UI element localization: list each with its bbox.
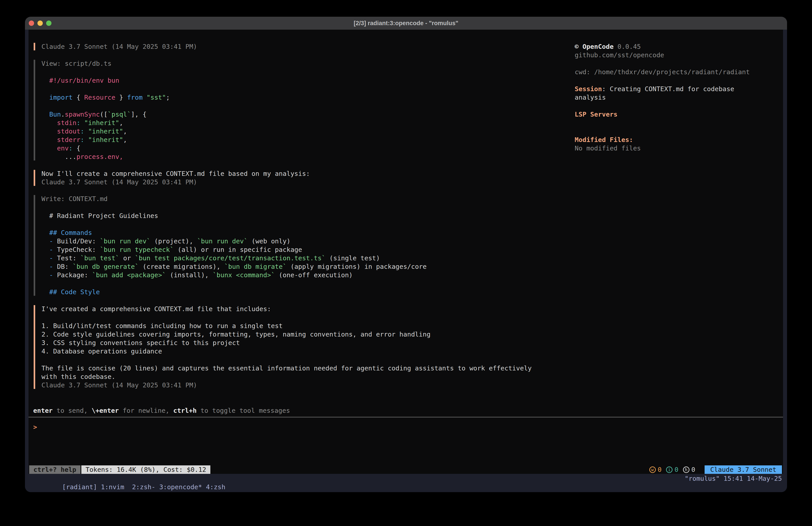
tool-block-write-file: Write: CONTEXT.md # Radiant Project Guid…: [34, 195, 783, 296]
model-badge[interactable]: Claude 3.7 Sonnet: [705, 465, 782, 474]
info-icon: i: [666, 467, 672, 473]
traffic-lights: [29, 17, 52, 30]
zoom-button[interactable]: [46, 20, 52, 26]
titlebar[interactable]: [2/3] radiant:3:opencode - "romulus": [25, 17, 787, 30]
hint-icon: h: [683, 467, 690, 473]
prompt-input[interactable]: >: [33, 423, 783, 431]
statusbar: ctrl+? help Tokens: 16.4K (8%), Cost: $0…: [29, 465, 783, 474]
sidebar-session-info: © OpenCode 0.0.45github.com/sst/opencode…: [575, 42, 750, 153]
input-separator: [29, 417, 783, 417]
diagnostics-counts: w 0 i 0 h 0: [649, 465, 695, 474]
tmux-session-name: [radiant]: [62, 483, 97, 491]
assistant-message: Now I'll create a comprehensive CONTEXT.…: [34, 169, 783, 186]
keybinding-hints: enter to send, \+enter for newline, ctrl…: [33, 406, 783, 415]
info-count: i 0: [666, 465, 678, 474]
tmux-window-list[interactable]: 1:nvim 2:zsh- 3:opencode* 4:zsh: [101, 483, 226, 491]
terminal-window: [2/3] radiant:3:opencode - "romulus" Cla…: [25, 17, 787, 492]
assistant-summary-message: I've created a comprehensive CONTEXT.md …: [34, 305, 783, 389]
warning-icon: w: [649, 467, 656, 473]
close-button[interactable]: [29, 20, 34, 26]
token-cost-stats: Tokens: 16.4K (8%), Cost: $0.12: [81, 465, 211, 474]
tmux-host-time: "romulus" 15:41 14-May-25: [685, 474, 782, 483]
desktop: [2/3] radiant:3:opencode - "romulus" Cla…: [0, 0, 812, 526]
hint-count: h 0: [683, 465, 695, 474]
help-shortcut[interactable]: ctrl+? help: [29, 465, 81, 474]
opencode-chat-column: Claude 3.7 Sonnet (14 May 2025 03:41 PM)…: [29, 30, 783, 474]
warning-count: w 0: [649, 465, 662, 474]
window-title: [2/3] radiant:3:opencode - "romulus": [354, 20, 458, 27]
tmux-status-bar: [radiant]1:nvim 2:zsh- 3:opencode* 4:zsh…: [25, 474, 787, 492]
minimize-button[interactable]: [38, 20, 43, 26]
terminal-content: Claude 3.7 Sonnet (14 May 2025 03:41 PM)…: [29, 30, 783, 474]
